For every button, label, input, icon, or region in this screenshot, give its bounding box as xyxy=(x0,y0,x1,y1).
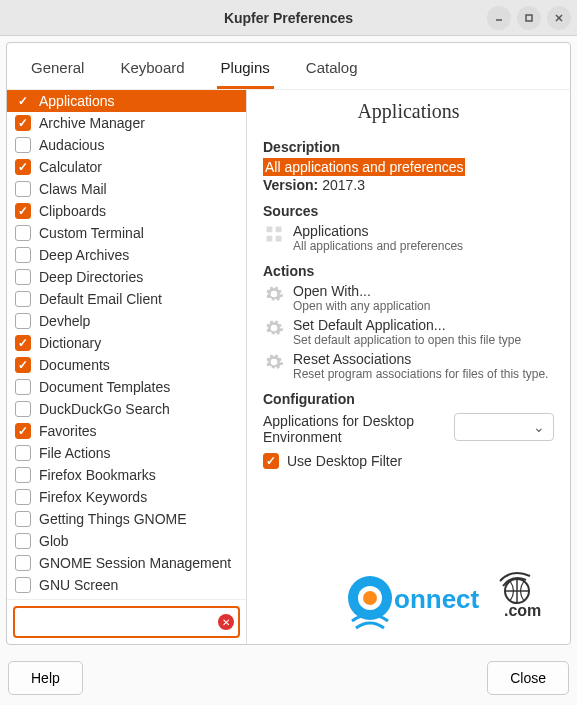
plugin-row[interactable]: Firefox Bookmarks xyxy=(7,464,246,486)
tab-general[interactable]: General xyxy=(27,53,88,89)
body-area: ApplicationsArchive ManagerAudaciousCalc… xyxy=(7,90,570,644)
description-heading: Description xyxy=(263,139,554,155)
svg-rect-1 xyxy=(526,15,532,21)
close-button-bottom[interactable]: Close xyxy=(487,661,569,695)
plugin-checkbox[interactable] xyxy=(15,423,31,439)
search-input[interactable] xyxy=(19,610,218,634)
plugin-row[interactable]: Deep Archives xyxy=(7,244,246,266)
plugin-row[interactable]: GNOME Session Management xyxy=(7,552,246,574)
plugin-list[interactable]: ApplicationsArchive ManagerAudaciousCalc… xyxy=(7,90,246,599)
plugin-checkbox[interactable] xyxy=(15,291,31,307)
plugin-row[interactable]: GNU Screen xyxy=(7,574,246,596)
plugin-label: Claws Mail xyxy=(39,181,107,197)
plugin-label: Devhelp xyxy=(39,313,90,329)
branding-logo: onnect .com xyxy=(332,566,562,636)
gear-icon xyxy=(263,317,285,339)
source-label: Applications xyxy=(293,223,463,239)
plugin-row[interactable]: Custom Terminal xyxy=(7,222,246,244)
apps-icon xyxy=(263,223,285,245)
plugin-label: Default Email Client xyxy=(39,291,162,307)
plugin-label: Getting Things GNOME xyxy=(39,511,187,527)
config-env-combo[interactable] xyxy=(454,413,554,441)
plugin-label: Firefox Bookmarks xyxy=(39,467,156,483)
plugin-label: GNU Screen xyxy=(39,577,118,593)
plugin-row[interactable]: Calculator xyxy=(7,156,246,178)
plugin-checkbox[interactable] xyxy=(15,445,31,461)
plugin-checkbox[interactable] xyxy=(15,115,31,131)
config-filter-row: Use Desktop Filter xyxy=(263,453,554,469)
close-button[interactable] xyxy=(547,6,571,30)
tab-catalog[interactable]: Catalog xyxy=(302,53,362,89)
config-filter-checkbox[interactable] xyxy=(263,453,279,469)
plugin-row[interactable]: Claws Mail xyxy=(7,178,246,200)
plugin-checkbox[interactable] xyxy=(15,93,31,109)
clear-search-icon[interactable]: ✕ xyxy=(218,614,234,630)
plugin-checkbox[interactable] xyxy=(15,335,31,351)
plugin-row[interactable]: Firefox Keywords xyxy=(7,486,246,508)
search-box: ✕ xyxy=(13,606,240,638)
config-filter-label: Use Desktop Filter xyxy=(287,453,402,469)
plugin-row[interactable]: File Actions xyxy=(7,442,246,464)
plugin-checkbox[interactable] xyxy=(15,401,31,417)
source-sublabel: All applications and preferences xyxy=(293,239,463,253)
plugin-row[interactable]: DuckDuckGo Search xyxy=(7,398,246,420)
tab-plugins[interactable]: Plugins xyxy=(217,53,274,89)
content-area: General Keyboard Plugins Catalog Applica… xyxy=(6,42,571,645)
source-item: ApplicationsAll applications and prefere… xyxy=(263,223,554,253)
plugin-row[interactable]: Document Templates xyxy=(7,376,246,398)
plugin-row[interactable]: Devhelp xyxy=(7,310,246,332)
action-sublabel: Open with any application xyxy=(293,299,430,313)
tab-keyboard[interactable]: Keyboard xyxy=(116,53,188,89)
plugin-checkbox[interactable] xyxy=(15,577,31,593)
plugin-checkbox[interactable] xyxy=(15,555,31,571)
help-button[interactable]: Help xyxy=(8,661,83,695)
plugin-checkbox[interactable] xyxy=(15,467,31,483)
plugin-checkbox[interactable] xyxy=(15,511,31,527)
version-line: Version: 2017.3 xyxy=(263,177,554,193)
version-label: Version: xyxy=(263,177,318,193)
plugin-checkbox[interactable] xyxy=(15,225,31,241)
plugin-label: Document Templates xyxy=(39,379,170,395)
plugin-row[interactable]: Applications xyxy=(7,90,246,112)
plugin-row[interactable]: Deep Directories xyxy=(7,266,246,288)
plugin-row[interactable]: Audacious xyxy=(7,134,246,156)
action-item: Open With...Open with any application xyxy=(263,283,554,313)
search-row: ✕ xyxy=(7,599,246,644)
plugin-checkbox[interactable] xyxy=(15,269,31,285)
svg-rect-5 xyxy=(276,227,282,233)
plugin-row[interactable]: Archive Manager xyxy=(7,112,246,134)
plugin-checkbox[interactable] xyxy=(15,203,31,219)
plugin-row[interactable]: Documents xyxy=(7,354,246,376)
plugin-row[interactable]: Dictionary xyxy=(7,332,246,354)
action-item: Set Default Application...Set default ap… xyxy=(263,317,554,347)
window-title: Kupfer Preferences xyxy=(224,10,353,26)
plugin-checkbox[interactable] xyxy=(15,357,31,373)
tab-bar: General Keyboard Plugins Catalog xyxy=(7,43,570,90)
action-sublabel: Reset program associations for files of … xyxy=(293,367,548,381)
plugin-checkbox[interactable] xyxy=(15,181,31,197)
plugin-label: Favorites xyxy=(39,423,97,439)
plugin-checkbox[interactable] xyxy=(15,137,31,153)
plugin-row[interactable]: Clipboards xyxy=(7,200,246,222)
plugin-label: GNOME Session Management xyxy=(39,555,231,571)
action-label: Reset Associations xyxy=(293,351,548,367)
gear-icon xyxy=(263,283,285,305)
plugin-row[interactable]: Favorites xyxy=(7,420,246,442)
plugin-checkbox[interactable] xyxy=(15,313,31,329)
plugin-row[interactable]: Glob xyxy=(7,530,246,552)
titlebar: Kupfer Preferences xyxy=(0,0,577,36)
plugin-label: Audacious xyxy=(39,137,104,153)
plugin-checkbox[interactable] xyxy=(15,379,31,395)
minimize-button[interactable] xyxy=(487,6,511,30)
maximize-button[interactable] xyxy=(517,6,541,30)
config-env-label: Applications for Desktop Environment xyxy=(263,413,446,445)
plugin-checkbox[interactable] xyxy=(15,159,31,175)
plugin-label: Archive Manager xyxy=(39,115,145,131)
plugin-checkbox[interactable] xyxy=(15,533,31,549)
plugin-row[interactable]: Default Email Client xyxy=(7,288,246,310)
plugin-checkbox[interactable] xyxy=(15,247,31,263)
svg-point-10 xyxy=(363,591,377,605)
plugin-label: Dictionary xyxy=(39,335,101,351)
plugin-row[interactable]: Getting Things GNOME xyxy=(7,508,246,530)
plugin-checkbox[interactable] xyxy=(15,489,31,505)
